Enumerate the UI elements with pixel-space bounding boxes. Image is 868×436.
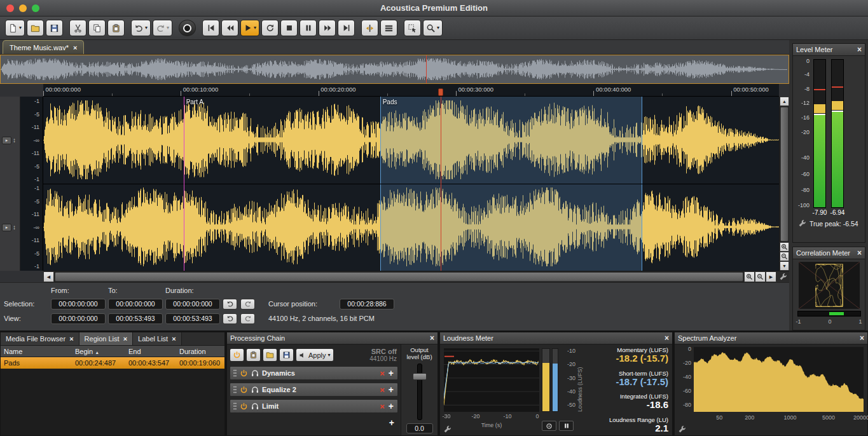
record-button[interactable]	[179, 20, 196, 36]
chain-copy-button[interactable]	[246, 348, 261, 362]
new-file-button[interactable]: ▾	[5, 20, 25, 36]
chain-save-button[interactable]	[279, 348, 294, 362]
add-effect-icon[interactable]: +	[387, 401, 395, 411]
scroll-down-button[interactable]: ▼	[780, 261, 789, 271]
fast-forward-button[interactable]	[319, 20, 336, 36]
channel2-resize-handle[interactable]: ↕	[13, 224, 16, 231]
level-meter-close-icon[interactable]: ×	[857, 45, 862, 54]
view-to-field[interactable]: 00:00:53:493	[108, 313, 163, 324]
timeline-ruler[interactable]: 00:00:00:000 00:00:10:000 00:00:20:000 0…	[43, 84, 779, 97]
minimize-window-button[interactable]	[19, 4, 27, 12]
marker-line-part-a[interactable]	[184, 97, 184, 271]
spectrum-settings-wrench-icon[interactable]	[678, 425, 686, 433]
maximize-window-button[interactable]	[32, 4, 39, 12]
channel2-menu-button[interactable]: ▸	[2, 224, 11, 231]
zoom-out-button[interactable]	[755, 271, 766, 282]
effect-power-icon[interactable]	[240, 369, 248, 378]
loudness-settings-wrench-icon[interactable]	[443, 425, 451, 433]
column-duration[interactable]: Duration	[176, 348, 226, 355]
solo-headphones-icon[interactable]	[251, 385, 259, 394]
vertical-zoom-in-button[interactable]	[780, 242, 789, 252]
cursor-position-field[interactable]: 00:00:28:886	[340, 299, 394, 310]
effect-power-icon[interactable]	[240, 386, 248, 394]
tab-close-icon[interactable]: ×	[172, 335, 176, 343]
editor-settings-wrench-icon[interactable]	[776, 271, 789, 282]
selection-tool-button[interactable]	[404, 20, 421, 36]
apply-button[interactable]: Apply ▾	[296, 348, 334, 362]
lanes-view-button[interactable]	[380, 20, 397, 36]
spectrum-analyzer-close-icon[interactable]: ×	[860, 334, 864, 343]
tab-label-list[interactable]: Label List ×	[133, 332, 182, 345]
effect-power-icon[interactable]	[240, 402, 248, 411]
add-effect-icon[interactable]: +	[387, 385, 395, 395]
document-tab[interactable]: Theme Music.wav* ×	[3, 40, 84, 54]
output-level-slider[interactable]	[403, 362, 436, 421]
redo-button[interactable]: ▾	[153, 20, 172, 36]
loudness-pause-button[interactable]	[559, 421, 574, 431]
go-to-end-button[interactable]	[338, 20, 355, 36]
add-effect-icon[interactable]: +	[387, 368, 395, 378]
correlation-meter-close-icon[interactable]: ×	[857, 249, 862, 257]
horizontal-scrollbar[interactable]: ◀ ▶	[43, 271, 789, 282]
vertical-scrollbar[interactable]: ▲ ▼	[779, 97, 789, 271]
waveform-display[interactable]: Part A Pads	[43, 97, 779, 271]
save-file-button[interactable]	[46, 20, 63, 36]
solo-headphones-icon[interactable]	[251, 402, 259, 411]
effect-row-limit[interactable]: Limit × +	[230, 399, 398, 413]
play-button[interactable]: ▾	[240, 20, 259, 36]
tab-region-list[interactable]: Region List ×	[79, 332, 133, 345]
stop-button[interactable]	[280, 20, 298, 36]
processing-chain-close-icon[interactable]: ×	[430, 334, 434, 343]
effect-row-equalize-2[interactable]: Equalize 2 × +	[230, 383, 398, 397]
scroll-up-button[interactable]: ▲	[780, 97, 789, 106]
open-file-button[interactable]	[27, 20, 44, 36]
region-row-pads[interactable]: Pads 00:00:24:487 00:00:43:547 00:00:19:…	[1, 357, 224, 369]
loudness-meter-close-icon[interactable]: ×	[665, 334, 669, 343]
tab-close-icon[interactable]: ×	[69, 335, 73, 343]
selection-undo-button[interactable]	[223, 299, 237, 310]
column-end[interactable]: End	[125, 348, 176, 355]
selection-from-field[interactable]: 00:00:00:000	[51, 299, 106, 310]
overview-waveform[interactable]	[0, 55, 789, 84]
chain-enable-button[interactable]	[230, 348, 244, 362]
channel1-menu-button[interactable]: ▸	[2, 137, 11, 144]
selection-to-field[interactable]: 00:00:00:000	[108, 299, 163, 310]
view-redo-button[interactable]	[240, 313, 255, 324]
remove-effect-icon[interactable]: ×	[380, 369, 385, 378]
view-duration-field[interactable]: 00:00:53:493	[165, 313, 220, 324]
copy-button[interactable]	[88, 20, 106, 36]
loop-button[interactable]	[261, 20, 279, 36]
vertical-zoom-out-button[interactable]	[780, 252, 789, 261]
rewind-button[interactable]	[221, 20, 238, 36]
tab-media-file-browser[interactable]: Media File Browser ×	[1, 332, 79, 345]
remove-effect-icon[interactable]: ×	[380, 402, 385, 411]
output-level-value-field[interactable]: 0.0	[406, 423, 433, 433]
column-name[interactable]: Name	[1, 348, 72, 355]
scroll-left-button[interactable]: ◀	[43, 271, 54, 282]
effect-row-dynamics[interactable]: Dynamics × +	[230, 366, 398, 380]
close-window-button[interactable]	[6, 4, 14, 12]
selection-duration-field[interactable]: 00:00:00:000	[165, 299, 220, 310]
vertical-scroll-thumb[interactable]	[780, 107, 789, 242]
scrub-view-button[interactable]	[361, 20, 378, 36]
playhead-handle[interactable]	[438, 88, 443, 96]
paste-button[interactable]	[107, 20, 125, 36]
solo-headphones-icon[interactable]	[251, 369, 259, 378]
zoom-in-button[interactable]	[744, 271, 755, 282]
selection-redo-button[interactable]	[240, 299, 255, 310]
append-effect-icon[interactable]: +	[388, 418, 396, 428]
go-to-start-button[interactable]	[202, 20, 219, 36]
remove-effect-icon[interactable]: ×	[380, 385, 385, 395]
chain-open-button[interactable]	[263, 348, 277, 362]
undo-button[interactable]: ▾	[131, 20, 151, 36]
pause-button[interactable]	[300, 20, 317, 36]
channel1-resize-handle[interactable]: ↕	[13, 137, 16, 144]
view-from-field[interactable]: 00:00:00:000	[51, 313, 106, 324]
level-meter-settings-wrench-icon[interactable]	[797, 219, 807, 228]
document-tab-close-icon[interactable]: ×	[73, 44, 77, 51]
zoom-tool-button[interactable]: ▾	[423, 20, 443, 36]
cut-button[interactable]	[69, 20, 86, 36]
scroll-right-button[interactable]: ▶	[766, 271, 776, 282]
horizontal-scroll-thumb[interactable]	[55, 272, 743, 282]
tab-close-icon[interactable]: ×	[123, 335, 127, 343]
